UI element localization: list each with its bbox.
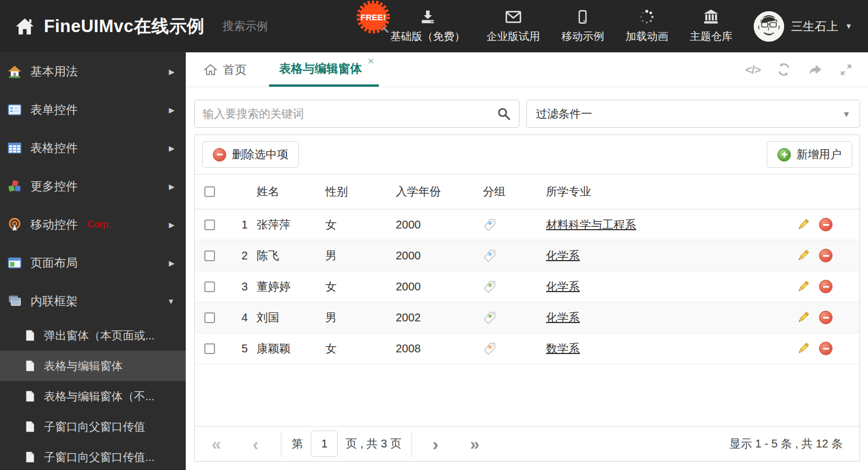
column-major[interactable]: 所学专业 xyxy=(539,184,797,199)
sidebar-subitem-label: 表格与编辑窗体 xyxy=(44,359,123,374)
tag-icon xyxy=(483,342,496,355)
divider xyxy=(281,432,281,456)
brand[interactable]: FineUIMvc在线示例 xyxy=(0,15,205,38)
row-year: 2000 xyxy=(389,218,476,231)
chevron-right-icon: ▶ xyxy=(169,68,175,76)
prev-page-icon[interactable]: ‹ xyxy=(253,435,259,453)
major-link[interactable]: 数学系 xyxy=(546,342,580,355)
sidebar: 基本用法 ▶ 表单控件 ▶ 表格控件 ▶ 更多控件 ▶ 移动控件 Cor xyxy=(0,52,186,470)
row-checkbox[interactable] xyxy=(204,220,215,230)
major-link[interactable]: 材料科学与工程系 xyxy=(546,218,636,231)
sidebar-subitem-child-to-parent-2[interactable]: 子窗口向父窗口传值... xyxy=(0,442,186,470)
delete-row-icon[interactable] xyxy=(819,218,833,231)
delete-selected-button[interactable]: 删除选中项 xyxy=(202,141,299,168)
delete-row-icon[interactable] xyxy=(819,280,833,293)
row-gender: 女 xyxy=(319,217,389,232)
row-checkbox[interactable] xyxy=(204,250,215,261)
nav-item-basic-free[interactable]: FREE! 基础版（免费） xyxy=(390,8,465,44)
sidebar-item-grid-controls[interactable]: 表格控件 ▶ xyxy=(0,129,186,167)
sidebar-item-label: 表格控件 xyxy=(30,140,78,156)
edit-pencil-icon[interactable] xyxy=(797,342,810,355)
file-icon xyxy=(24,390,36,402)
sidebar-item-form-controls[interactable]: 表单控件 ▶ xyxy=(0,91,186,129)
user-name: 三生石上 xyxy=(791,19,838,34)
page-label-suffix: 页 , 共 3 页 xyxy=(346,436,401,451)
chevron-right-icon: ▶ xyxy=(169,144,175,153)
sidebar-item-more-controls[interactable]: 更多控件 ▶ xyxy=(0,167,186,205)
file-icon xyxy=(24,420,36,433)
nav-item-loading-animation[interactable]: 加载动画 xyxy=(625,8,668,44)
plus-circle-icon xyxy=(777,148,791,162)
filter-dropdown-value: 过滤条件一 xyxy=(536,106,842,122)
tab-home[interactable]: 首页 xyxy=(194,52,257,87)
edit-pencil-icon[interactable] xyxy=(797,280,810,293)
sidebar-subitem-label: 子窗口向父窗口传值 xyxy=(44,419,145,435)
search-icon[interactable] xyxy=(496,106,511,121)
share-icon[interactable] xyxy=(807,62,823,78)
add-user-button[interactable]: 新增用户 xyxy=(767,141,852,168)
tag-icon xyxy=(483,311,496,324)
header-search[interactable]: 搜索示例 xyxy=(223,19,341,34)
column-year[interactable]: 入学年份 xyxy=(389,184,476,199)
app-title: FineUIMvc在线示例 xyxy=(44,15,205,38)
grid-toolbar: 删除选中项 新增用户 xyxy=(195,135,860,174)
download-icon xyxy=(419,8,437,25)
edit-pencil-icon[interactable] xyxy=(797,249,810,262)
close-icon[interactable]: ✕ xyxy=(367,56,374,66)
last-page-icon[interactable]: » xyxy=(470,436,480,453)
major-link[interactable]: 化学系 xyxy=(546,249,580,262)
house-icon xyxy=(7,64,22,79)
chevron-right-icon: ▶ xyxy=(169,106,175,114)
sidebar-subitem-grid-edit-window[interactable]: 表格与编辑窗体 xyxy=(0,351,186,381)
edit-pencil-icon[interactable] xyxy=(797,311,810,324)
nav-item-theme-repo[interactable]: 主题仓库 xyxy=(690,8,732,44)
row-index: 2 xyxy=(224,249,250,262)
keyword-search-box[interactable] xyxy=(194,100,520,128)
sidebar-item-page-layout[interactable]: 页面布局 ▶ xyxy=(0,244,186,282)
column-gender[interactable]: 性别 xyxy=(319,184,389,199)
row-checkbox[interactable] xyxy=(204,312,215,323)
nav-item-enterprise-trial[interactable]: 企业版试用 xyxy=(486,8,540,44)
page-number-input[interactable] xyxy=(311,431,338,457)
tag-icon xyxy=(483,218,496,231)
edit-pencil-icon[interactable] xyxy=(797,218,810,231)
user-menu[interactable]: 三生石上 ▼ xyxy=(754,11,852,42)
select-all-checkbox[interactable] xyxy=(204,186,215,197)
sidebar-subitem-label: 子窗口向父窗口传值... xyxy=(44,450,155,465)
sidebar-item-label: 页面布局 xyxy=(30,255,78,271)
first-page-icon[interactable]: « xyxy=(212,436,221,453)
app-window: FineUIMvc在线示例 搜索示例 FREE! 基础版（免费） 企业版试用 xyxy=(0,0,868,470)
nav-item-mobile-demo[interactable]: 移动示例 xyxy=(561,8,604,44)
source-code-icon[interactable]: </> xyxy=(745,63,760,77)
column-name[interactable]: 姓名 xyxy=(250,184,319,199)
avatar xyxy=(754,11,784,42)
chevron-down-icon: ▼ xyxy=(167,297,175,306)
sidebar-item-inline-frame[interactable]: 内联框架 ▼ xyxy=(0,282,186,320)
page-label-prefix: 第 xyxy=(292,436,303,451)
row-checkbox[interactable] xyxy=(204,343,215,354)
filter-dropdown[interactable]: 过滤条件一 ▼ xyxy=(526,100,860,128)
row-name: 董婷婷 xyxy=(250,279,319,294)
column-group[interactable]: 分组 xyxy=(476,184,539,199)
sidebar-item-mobile-controls[interactable]: 移动控件 Corp. ▶ xyxy=(0,205,186,244)
layout-icon xyxy=(7,256,22,270)
major-link[interactable]: 化学系 xyxy=(546,311,580,324)
expand-icon[interactable] xyxy=(839,62,853,77)
header-nav: FREE! 基础版（免费） 企业版试用 移动示例 加载动画 xyxy=(390,8,868,44)
sidebar-subitem-child-to-parent[interactable]: 子窗口向父窗口传值 xyxy=(0,411,186,442)
sidebar-subitem-grid-edit-window-2[interactable]: 表格与编辑窗体（不... xyxy=(0,381,186,411)
table-row: 3 董婷婷 女 2000 化学系 xyxy=(195,271,860,302)
tab-grid-edit-window[interactable]: 表格与编辑窗体 ✕ xyxy=(269,52,379,87)
sidebar-subitem-popup-window[interactable]: 弹出窗体（本页面或... xyxy=(0,320,186,351)
keyword-search-input[interactable] xyxy=(203,108,496,120)
row-gender: 女 xyxy=(319,279,389,294)
row-checkbox[interactable] xyxy=(204,281,215,292)
next-page-icon[interactable]: › xyxy=(432,435,439,453)
delete-row-icon[interactable] xyxy=(819,311,833,324)
sidebar-item-basic-usage[interactable]: 基本用法 ▶ xyxy=(0,52,186,91)
delete-row-icon[interactable] xyxy=(819,342,833,355)
major-link[interactable]: 化学系 xyxy=(546,280,580,293)
envelope-icon xyxy=(504,8,523,25)
delete-row-icon[interactable] xyxy=(819,249,833,262)
refresh-icon[interactable] xyxy=(776,62,791,77)
